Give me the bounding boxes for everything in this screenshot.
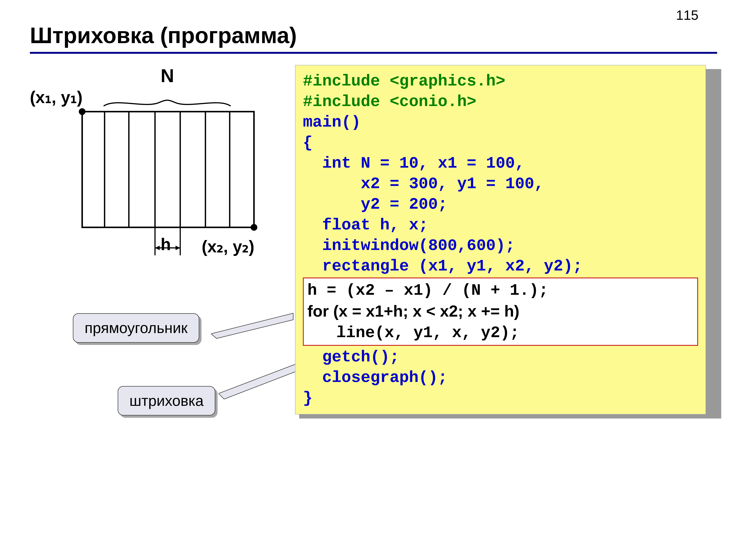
code-line-16: } xyxy=(303,388,698,408)
code-line-5: int N = 10, x1 = 100, xyxy=(303,153,698,174)
code-line-6: x2 = 300, y1 = 100, xyxy=(303,174,698,194)
svg-marker-13 xyxy=(176,246,180,250)
callout-hatch-arrow xyxy=(218,362,304,403)
code-highlight-box: h = (x2 – x1) / (N + 1.); for (x = x1+h;… xyxy=(303,277,698,346)
code-for-kw: for xyxy=(307,302,329,320)
coord-bot-right: (x₂, y₂) xyxy=(202,237,254,256)
right-column: #include <graphics.h> #include <conio.h>… xyxy=(295,65,717,415)
code-line-1: #include <graphics.h> xyxy=(303,71,698,91)
content-row: (x₁, y₁) N xyxy=(30,65,717,415)
svg-marker-15 xyxy=(218,364,297,399)
code-line-14: getch(); xyxy=(303,347,698,367)
code-line-8: float h, x; xyxy=(303,215,698,235)
n-label: N xyxy=(161,65,174,86)
code-line-13: line(x, y1, x, y2); xyxy=(307,323,694,343)
left-column: (x₁, y₁) N xyxy=(30,65,288,415)
callout-hatching: штриховка xyxy=(118,386,215,416)
code-line-9: initwindow(800,600); xyxy=(303,235,698,256)
code-block: #include <graphics.h> #include <conio.h>… xyxy=(295,65,706,415)
svg-rect-0 xyxy=(82,112,254,228)
code-line-10: rectangle (x1, y1, x2, y2); xyxy=(303,256,698,276)
svg-marker-14 xyxy=(211,313,293,339)
code-line-11: h = (x2 – x1) / (N + 1.); xyxy=(307,280,694,301)
slide-title: Штриховка (программа) xyxy=(30,22,717,48)
slide: 115 Штриховка (программа) (x₁, y₁) N xyxy=(0,0,747,560)
code-line-4: { xyxy=(303,133,698,153)
callout-rect-arrow xyxy=(211,311,304,341)
page-number: 115 xyxy=(676,7,698,23)
code-line-7: y2 = 200; xyxy=(303,194,698,215)
svg-marker-12 xyxy=(155,246,160,250)
svg-point-2 xyxy=(251,224,257,231)
code-line-2: #include <conio.h> xyxy=(303,91,698,112)
title-rule xyxy=(30,52,717,54)
diagram-svg xyxy=(67,99,282,285)
code-line-12: for (x = x1+h; x < x2; x += h) xyxy=(307,301,694,323)
h-label: h xyxy=(161,235,171,254)
diagram: (x₁, y₁) N xyxy=(30,65,288,289)
code-line-15: closegraph(); xyxy=(303,367,698,388)
callout-rectangle: прямоугольник xyxy=(73,313,199,343)
svg-point-1 xyxy=(79,108,85,115)
code-for-cond: (x = x1+h; x < x2; x += h) xyxy=(329,302,519,320)
code-line-3: main() xyxy=(303,112,698,133)
code-block-wrap: #include <graphics.h> #include <conio.h>… xyxy=(295,65,717,415)
